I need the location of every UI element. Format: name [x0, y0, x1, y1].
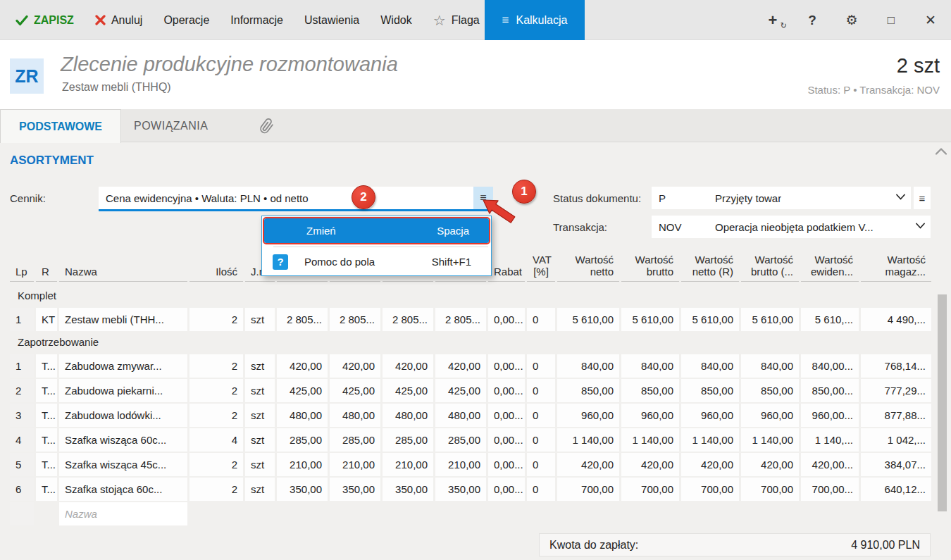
cell-nazwa[interactable]: Zestaw mebli (THH...	[59, 308, 187, 331]
cell-cena-netto[interactable]: 210,00	[277, 453, 328, 476]
cell-brutto-2[interactable]: 210,00	[435, 453, 486, 476]
menu-operacje[interactable]: Operacje	[158, 14, 215, 27]
cell-cena-netto[interactable]: 425,00	[277, 379, 328, 402]
cell-wartosc-netto[interactable]: 700,00	[557, 478, 619, 501]
column-header-nazwa[interactable]: Nazwa	[59, 266, 187, 282]
cell-brutto-2[interactable]: 425,00	[435, 379, 486, 402]
cell-wartosc-brutto-r[interactable]: 700,00	[741, 478, 799, 501]
cell-nazwa[interactable]: Zabudowa piekarni...	[59, 379, 187, 402]
cell-wartosc-ewid[interactable]: 960,00...	[801, 404, 859, 427]
cell-wartosc-netto[interactable]: 420,00	[557, 453, 619, 476]
cell-netto-2[interactable]: 2 805...	[383, 308, 433, 331]
cell-vat[interactable]: 0	[527, 428, 555, 452]
cell-wartosc-magaz[interactable]: 640,12...	[861, 478, 931, 501]
column-header-rabat[interactable]: Rabat	[488, 266, 525, 282]
cell-brutto-2[interactable]: 420,00	[435, 354, 486, 378]
cell-wartosc-brutto[interactable]: 5 610,00	[621, 308, 679, 331]
cell-rabat[interactable]: 0,00...	[488, 453, 525, 476]
cell-ilosc[interactable]: 2	[189, 354, 243, 378]
cell-cena-brutto[interactable]: 480,00	[330, 404, 380, 427]
cell-cena-netto[interactable]: 285,00	[277, 428, 328, 452]
cell-rabat[interactable]: 0,00...	[488, 379, 525, 402]
cell-lp[interactable]: 3	[10, 404, 34, 427]
cell-wartosc-ewid[interactable]: 5 610,...	[801, 308, 859, 331]
cell-wartosc-brutto-r[interactable]: 5 610,00	[741, 308, 799, 331]
cell-brutto-2[interactable]: 2 805...	[435, 308, 486, 331]
tab-kalkulacja[interactable]: ≡ Kalkulacja	[485, 0, 585, 40]
cell-brutto-2[interactable]: 480,00	[435, 404, 486, 427]
cell-wartosc-netto-r[interactable]: 960,00	[681, 404, 739, 427]
cell-nazwa[interactable]: Szafka wisząca 60c...	[59, 428, 187, 452]
save-button[interactable]: ZAPISZ	[10, 14, 80, 27]
menu-informacje[interactable]: Informacje	[225, 14, 289, 27]
cell-r[interactable]: T...	[36, 404, 57, 427]
cell-wartosc-netto[interactable]: 850,00	[557, 379, 619, 402]
cell-lp[interactable]: 5	[10, 453, 34, 476]
cell-wartosc-brutto[interactable]: 840,00	[621, 354, 679, 378]
cell-wartosc-netto-r[interactable]: 840,00	[681, 354, 739, 378]
cell-wartosc-netto-r[interactable]: 5 610,00	[681, 308, 739, 331]
cell-wartosc-netto[interactable]: 960,00	[557, 404, 619, 427]
cell-r[interactable]: T...	[36, 379, 57, 402]
column-header-wartosc-netto-r[interactable]: Wartość netto (R)	[681, 254, 739, 282]
cell-vat[interactable]: 0	[527, 379, 555, 402]
cell-r[interactable]: T...	[36, 354, 57, 378]
cell-cena-brutto[interactable]: 2 805...	[330, 308, 380, 331]
cell-brutto-2[interactable]: 350,00	[435, 478, 486, 501]
column-header-r[interactable]: R	[36, 266, 57, 282]
cell-ilosc[interactable]: 2	[189, 453, 243, 476]
cell-nazwa[interactable]: Zabudowa zmywar...	[59, 354, 187, 378]
column-header-ilosc[interactable]: Ilość	[189, 266, 243, 282]
attachment-paperclip-icon[interactable]	[258, 118, 275, 137]
cell-jm[interactable]: szt	[245, 404, 275, 427]
menu-widok[interactable]: Widok	[375, 14, 417, 27]
cell-rabat[interactable]: 0,00...	[488, 354, 525, 378]
cell-lp[interactable]: 1	[10, 308, 34, 331]
cell-wartosc-brutto-r[interactable]: 850,00	[741, 379, 799, 402]
cell-wartosc-brutto[interactable]: 850,00	[621, 379, 679, 402]
column-header-vat[interactable]: VAT [%]	[527, 254, 555, 282]
cell-cena-brutto[interactable]: 350,00	[330, 478, 380, 501]
cell-wartosc-brutto[interactable]: 700,00	[621, 478, 679, 501]
cell-rabat[interactable]: 0,00...	[488, 428, 525, 452]
cell-wartosc-netto[interactable]: 840,00	[557, 354, 619, 378]
cell-brutto-2[interactable]: 285,00	[435, 428, 486, 452]
cell-vat[interactable]: 0	[527, 404, 555, 427]
cell-netto-2[interactable]: 480,00	[383, 404, 433, 427]
cell-ilosc[interactable]: 2	[189, 404, 243, 427]
cell-rabat[interactable]: 0,00...	[488, 308, 525, 331]
column-header-wartosc-magaz[interactable]: Wartość magaz...	[861, 254, 931, 282]
cell-wartosc-brutto[interactable]: 1 140,00	[621, 428, 679, 452]
cell-wartosc-ewid[interactable]: 700,00...	[801, 478, 859, 501]
cell-wartosc-ewid[interactable]: 1 140,...	[801, 428, 859, 452]
cell-cena-netto[interactable]: 480,00	[277, 404, 328, 427]
flag-button[interactable]: ☆ Flaga	[428, 12, 485, 29]
cell-wartosc-ewid[interactable]: 850,00...	[801, 379, 859, 402]
cell-cena-brutto[interactable]: 425,00	[330, 379, 380, 402]
cell-r[interactable]: T...	[36, 453, 57, 476]
cell-lp[interactable]: 1	[10, 354, 34, 378]
cell-rabat[interactable]: 0,00...	[488, 478, 525, 501]
cell-vat[interactable]: 0	[527, 354, 555, 378]
cell-wartosc-ewid[interactable]: 840,00...	[801, 354, 859, 378]
cell-cena-brutto[interactable]: 210,00	[330, 453, 380, 476]
cell-wartosc-netto-r[interactable]: 700,00	[681, 478, 739, 501]
cell-cena-netto[interactable]: 420,00	[277, 354, 328, 378]
cell-lp[interactable]: 2	[10, 379, 34, 402]
cell-cena-netto[interactable]: 2 805...	[277, 308, 328, 331]
close-icon[interactable]: ✕	[921, 12, 940, 28]
cell-r[interactable]: T...	[36, 478, 57, 501]
cell-wartosc-brutto-r[interactable]: 960,00	[741, 404, 799, 427]
cell-wartosc-ewid[interactable]: 420,00...	[801, 453, 859, 476]
cennik-input[interactable]: Cena ewidencyjna • Waluta: PLN • od nett…	[99, 187, 473, 209]
cell-wartosc-netto[interactable]: 5 610,00	[557, 308, 619, 331]
cell-nazwa[interactable]: Szafka wisząca 45c...	[59, 453, 187, 476]
add-window-icon[interactable]: +↻	[764, 11, 782, 30]
cell-vat[interactable]: 0	[527, 308, 555, 331]
column-header-wartosc-netto[interactable]: Wartość netto	[557, 254, 619, 282]
cell-ilosc[interactable]: 2	[189, 379, 243, 402]
cell-wartosc-netto-r[interactable]: 420,00	[681, 453, 739, 476]
cell-wartosc-brutto-r[interactable]: 1 140,00	[741, 428, 799, 452]
cell-wartosc-magaz[interactable]: 4 490,...	[861, 308, 931, 331]
column-header-lp[interactable]: Lp	[10, 266, 34, 282]
